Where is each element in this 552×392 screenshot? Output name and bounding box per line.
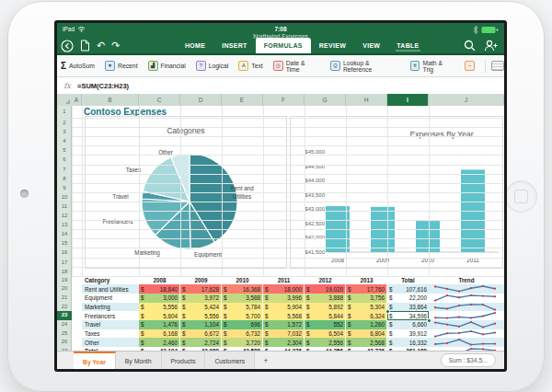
cell-total[interactable]: $33,864 [387, 303, 429, 312]
cell-value[interactable]: $1,476 [139, 320, 180, 329]
ribbon-tab-formulas[interactable]: FORMULAS [256, 38, 311, 53]
row-header-22[interactable]: 22 [57, 303, 72, 312]
add-sheet-tab[interactable]: + [255, 352, 276, 370]
keyboard-icon[interactable] [491, 61, 504, 71]
cell-value[interactable]: $17,628 [180, 284, 222, 294]
row-header-25[interactable]: 25 [57, 329, 72, 339]
row-header-26[interactable]: 26 [57, 338, 72, 347]
cell-value[interactable]: $16,368 [222, 284, 263, 294]
home-button[interactable] [505, 180, 537, 213]
redo-icon[interactable]: ↷ [111, 40, 120, 52]
cell-category[interactable]: Marketing [82, 303, 139, 312]
cell-trend[interactable] [429, 294, 504, 303]
table-row-taxes[interactable]: Taxes$6,168$6,672$6,732$7,032$6,504$6,80… [82, 329, 504, 339]
column-header-B[interactable]: B [82, 94, 139, 106]
row-header-7[interactable]: 7 [57, 165, 72, 174]
row-header-2[interactable]: 2 [57, 118, 72, 127]
cell-value[interactable]: $3,972 [180, 294, 222, 303]
row-header-11[interactable]: 11 [57, 202, 72, 211]
undo-icon[interactable]: ↶ [97, 40, 105, 52]
select-all-corner[interactable] [65, 99, 70, 104]
cell-category[interactable]: Taxes [82, 329, 139, 339]
column-header-I[interactable]: I [387, 94, 429, 106]
fn-financial[interactable]: ▟Financial [148, 61, 186, 71]
cell-value[interactable]: $17,760 [346, 284, 387, 294]
table-header-2008[interactable]: 2008 [139, 276, 180, 285]
cell-total[interactable]: $22,200 [387, 294, 429, 303]
row-header-15[interactable]: 15 [57, 238, 72, 248]
fn-math-trig[interactable]: θMath & Trig [410, 60, 455, 73]
sheet-tab-by-month[interactable]: By Month [116, 352, 162, 370]
back-icon[interactable] [61, 40, 74, 52]
new-document-icon[interactable] [80, 40, 90, 52]
cell-category[interactable]: Travel [82, 320, 139, 329]
row-header-10[interactable]: 10 [57, 192, 72, 202]
cell-value[interactable]: $3,996 [263, 294, 305, 303]
table-row-freelancers[interactable]: Freelancers$5,604$5,556$5,700$5,568$5,84… [82, 311, 504, 320]
row-header-6[interactable]: 6 [57, 155, 72, 164]
row-header-24[interactable]: 24 [57, 320, 72, 329]
table-header-2009[interactable]: 2009 [180, 276, 222, 285]
row-header-12[interactable]: 12 [57, 211, 72, 220]
cell-category[interactable]: Equipment [82, 294, 139, 303]
cell-value[interactable]: $6,672 [180, 329, 222, 339]
cell-value[interactable]: $18,840 [139, 284, 180, 294]
spreadsheet-grid[interactable]: 1234567891011121314151617181920212223242… [57, 106, 504, 351]
cell-value[interactable]: $2,460 [139, 338, 180, 347]
table-header-category[interactable]: Category [82, 276, 139, 285]
cell-value[interactable]: $5,424 [180, 303, 222, 312]
cell-value[interactable]: $3,888 [305, 294, 346, 303]
sheet-tab-customers[interactable]: Customers [205, 352, 255, 370]
row-header-18[interactable]: 18 [57, 267, 72, 276]
table-header-2010[interactable]: 2010 [222, 276, 263, 285]
search-icon[interactable] [464, 40, 476, 52]
column-header-H[interactable]: H [346, 94, 387, 106]
fn-lookup-reference[interactable]: QLookup & Reference [330, 60, 400, 73]
ribbon-tab-view[interactable]: VIEW [354, 38, 388, 53]
cell-value[interactable]: $6,168 [139, 329, 180, 339]
cell-value[interactable]: $19,020 [305, 284, 346, 294]
table-header-2011[interactable]: 2011 [263, 276, 305, 285]
cell-value[interactable]: $3,756 [346, 294, 387, 303]
cell-value[interactable]: $5,604 [139, 311, 180, 320]
table-header-2012[interactable]: 2012 [305, 276, 346, 285]
cell-value[interactable]: $5,568 [263, 311, 305, 320]
cell-value[interactable]: $6,324 [346, 311, 387, 320]
fn-logical[interactable]: ?Logical [196, 61, 229, 71]
ribbon-tab-insert[interactable]: INSERT [213, 38, 255, 53]
row-header-16[interactable]: 16 [57, 248, 72, 257]
row-header-5[interactable]: 5 [57, 145, 72, 155]
row-header-13[interactable]: 13 [57, 220, 72, 229]
row-header-20[interactable]: 20 [57, 284, 72, 294]
sum-status-badge[interactable]: Sum : $34,5... [441, 353, 496, 367]
cell-trend[interactable] [429, 338, 504, 347]
cell-value[interactable]: $7,032 [263, 329, 305, 339]
cell-value[interactable]: $696 [222, 320, 263, 329]
row-header-14[interactable]: 14 [57, 229, 72, 238]
cell-value[interactable]: $18,000 [263, 284, 305, 294]
column-header-E[interactable]: E [222, 94, 263, 106]
fn-more-functions[interactable]: − [465, 61, 475, 71]
table-row-travel[interactable]: Travel$1,476$1,104$696$1,572$552$1,260$6… [82, 320, 504, 329]
table-row-rent-and-utilities[interactable]: Rent and Utilities$18,840$17,628$16,368$… [82, 284, 504, 294]
cell-value[interactable]: $6,804 [346, 329, 387, 339]
cell-value[interactable]: $6,732 [222, 329, 263, 339]
column-header-C[interactable]: C [139, 94, 180, 106]
row-header-9[interactable]: 9 [57, 183, 72, 192]
row-header-1[interactable]: 1 [57, 106, 72, 118]
cell-value[interactable]: $2,724 [180, 338, 222, 347]
table-row-equipment[interactable]: Equipment$3,000$3,972$3,588$3,996$3,888$… [82, 294, 504, 303]
cell-value[interactable]: $3,000 [139, 294, 180, 303]
cell-trend[interactable] [429, 320, 504, 329]
cell-total[interactable]: $39,912 [387, 329, 429, 339]
table-header-total[interactable]: Total [387, 276, 429, 285]
cell-value[interactable]: $5,556 [180, 311, 222, 320]
cell-total[interactable]: $107,616 [387, 284, 429, 294]
table-row-marketing[interactable]: Marketing$5,556$5,424$5,784$5,904$5,892$… [82, 303, 504, 312]
column-header-D[interactable]: D [180, 94, 222, 106]
row-header-21[interactable]: 21 [57, 294, 72, 303]
cell-category[interactable]: Other [82, 338, 139, 347]
cell-value[interactable]: $5,304 [346, 303, 387, 312]
cell-trend[interactable] [429, 303, 504, 312]
selection-handle-bottom-right[interactable] [427, 318, 431, 323]
